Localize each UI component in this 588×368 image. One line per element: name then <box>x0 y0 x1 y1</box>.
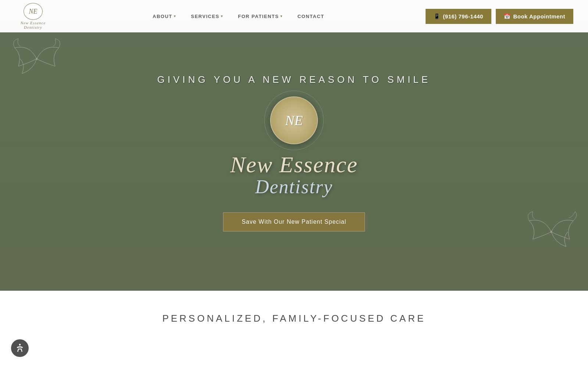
svg-point-2 <box>19 344 21 346</box>
book-appointment-button[interactable]: 📅 Book Appointment <box>496 9 573 24</box>
hero-brand-name: New Essence Dentistry <box>230 152 358 198</box>
nav-services[interactable]: SERVICES ▾ <box>191 14 223 19</box>
logo-name-line1: New Essence <box>21 21 46 25</box>
logo-name-line2: Dentistry <box>24 25 42 29</box>
main-nav: ABOUT ▾ SERVICES ▾ FOR PATIENTS ▾ CONTAC… <box>153 14 324 19</box>
chevron-down-icon: ▾ <box>280 14 283 18</box>
personalized-care-heading: PERSONALIZED, FAMILY-FOCUSED CARE <box>15 313 573 324</box>
logo-initials: NE <box>29 8 37 15</box>
hero-section: GIVING YOU A NEW REASON TO SMILE NE New … <box>0 0 588 291</box>
hero-brand-line1: New Essence <box>230 152 358 178</box>
nav-contact[interactable]: CONTACT <box>297 14 324 19</box>
calendar-icon: 📅 <box>504 13 510 19</box>
nav-for-patients[interactable]: FOR PATIENTS ▾ <box>238 14 283 19</box>
accessibility-button[interactable] <box>11 339 29 357</box>
phone-button[interactable]: 📱 (916) 796-1440 <box>426 9 491 24</box>
site-header: NE New Essence Dentistry ABOUT ▾ SERVICE… <box>0 0 588 32</box>
nav-about[interactable]: ABOUT ▾ <box>153 14 176 19</box>
new-patient-special-button[interactable]: Save With Our New Patient Special <box>223 212 365 231</box>
logo[interactable]: NE New Essence Dentistry <box>15 3 51 29</box>
nav-actions: 📱 (916) 796-1440 📅 Book Appointment <box>426 9 573 24</box>
hero-emblem: NE <box>270 96 318 144</box>
phone-icon: 📱 <box>434 13 440 19</box>
personalized-care-section: PERSONALIZED, FAMILY-FOCUSED CARE <box>0 291 588 339</box>
chevron-down-icon: ▾ <box>221 14 223 18</box>
hero-content: GIVING YOU A NEW REASON TO SMILE NE New … <box>0 0 588 291</box>
hero-brand-line2: Dentistry <box>230 176 358 198</box>
hero-tagline: GIVING YOU A NEW REASON TO SMILE <box>157 74 431 85</box>
accessibility-icon <box>15 343 25 353</box>
hero-logo-initials: NE <box>285 113 303 127</box>
chevron-down-icon: ▾ <box>174 14 176 18</box>
